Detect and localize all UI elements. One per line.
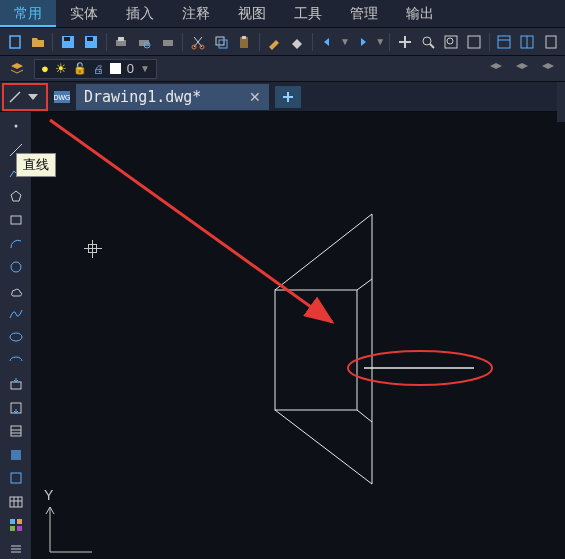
menu-item-insert[interactable]: 插入 — [112, 0, 168, 27]
multiline-tool[interactable] — [4, 538, 28, 558]
line-tool-dropdown-icon[interactable] — [28, 94, 38, 100]
redo-button[interactable] — [352, 31, 373, 53]
layer-name: 0 — [127, 61, 134, 76]
svg-line-63 — [50, 120, 332, 322]
table-tool[interactable] — [4, 492, 28, 512]
svg-rect-47 — [10, 519, 15, 524]
layer-state-button[interactable] — [511, 58, 533, 80]
svg-line-57 — [357, 279, 372, 290]
zoom-extents-button[interactable] — [464, 31, 485, 53]
main-area: Y — [0, 112, 565, 559]
layers-panel-button[interactable] — [6, 58, 28, 80]
close-tab-button[interactable]: ✕ — [249, 89, 261, 105]
svg-rect-41 — [11, 450, 21, 460]
svg-rect-48 — [17, 519, 22, 524]
match-properties-button[interactable] — [264, 31, 285, 53]
print-preview-button[interactable] — [134, 31, 155, 53]
new-file-button[interactable] — [4, 31, 25, 53]
dwg-file-icon: DWG — [52, 87, 72, 107]
gradient-tool[interactable] — [4, 445, 28, 465]
svg-line-56 — [275, 214, 372, 290]
erase-button[interactable] — [287, 31, 308, 53]
redo-dropdown-icon[interactable]: ▼ — [375, 36, 385, 47]
spline-tool[interactable] — [4, 304, 28, 324]
svg-rect-36 — [11, 382, 21, 389]
svg-rect-33 — [11, 216, 21, 224]
paste-button[interactable] — [233, 31, 254, 53]
main-toolbar: ▼ ▼ — [0, 28, 565, 56]
menu-item-tools[interactable]: 工具 — [280, 0, 336, 27]
properties-button[interactable] — [494, 31, 515, 53]
svg-line-58 — [275, 410, 372, 484]
insert-block-tool[interactable] — [4, 374, 28, 394]
print-button[interactable] — [111, 31, 132, 53]
copy-button[interactable] — [210, 31, 231, 53]
layer-toolbar: ● ☀ 🔓 🖨 0 ▼ — [0, 56, 565, 82]
menu-item-common[interactable]: 常用 — [0, 0, 56, 27]
layer-color-swatch — [110, 63, 121, 74]
svg-rect-13 — [219, 40, 227, 48]
grid-tool[interactable] — [4, 515, 28, 535]
svg-rect-54 — [275, 290, 357, 410]
revision-cloud-tool[interactable] — [4, 280, 28, 300]
saveas-button[interactable] — [80, 31, 101, 53]
menu-item-manage[interactable]: 管理 — [336, 0, 392, 27]
svg-point-31 — [14, 125, 17, 128]
canvas-drawing: Y — [32, 112, 565, 559]
publish-button[interactable] — [157, 31, 178, 53]
line-tool-tooltip: 直线 — [16, 153, 56, 177]
line-tool-highlighted — [2, 83, 48, 111]
svg-rect-9 — [163, 40, 173, 46]
make-block-tool[interactable] — [4, 398, 28, 418]
save-button[interactable] — [57, 31, 78, 53]
document-tab-bar: DWG Drawing1.dwg* ✕ — [0, 82, 565, 112]
tool-palette-button[interactable] — [517, 31, 538, 53]
layer-selector[interactable]: ● ☀ 🔓 🖨 0 ▼ — [34, 59, 157, 79]
svg-line-26 — [10, 92, 20, 102]
svg-rect-43 — [10, 497, 22, 507]
circle-tool[interactable] — [4, 257, 28, 277]
arc-tool[interactable] — [4, 233, 28, 253]
ellipse-arc-tool[interactable] — [4, 351, 28, 371]
menu-item-annotate[interactable]: 注释 — [168, 0, 224, 27]
undo-button[interactable] — [317, 31, 338, 53]
point-tool[interactable] — [4, 116, 28, 136]
menu-item-output[interactable]: 输出 — [392, 0, 448, 27]
layer-isolate-button[interactable] — [537, 58, 559, 80]
layer-plot-icon: 🖨 — [93, 63, 104, 75]
document-tab[interactable]: Drawing1.dwg* ✕ — [76, 84, 269, 110]
separator — [182, 33, 183, 51]
pan-button[interactable] — [394, 31, 415, 53]
chevron-down-icon: ▼ — [140, 63, 150, 74]
svg-rect-6 — [118, 37, 124, 41]
svg-rect-21 — [498, 36, 510, 48]
open-file-button[interactable] — [27, 31, 48, 53]
layer-on-icon: ● — [41, 61, 49, 76]
calculator-button[interactable] — [540, 31, 561, 53]
layer-previous-button[interactable] — [485, 58, 507, 80]
hatch-tool[interactable] — [4, 421, 28, 441]
svg-rect-42 — [11, 473, 21, 483]
document-tab-title: Drawing1.dwg* — [84, 88, 201, 106]
line-tool-button[interactable] — [4, 85, 26, 109]
separator — [389, 33, 390, 51]
menu-item-view[interactable]: 视图 — [224, 0, 280, 27]
draw-toolbar — [0, 112, 32, 559]
svg-line-17 — [430, 44, 434, 48]
menu-item-entity[interactable]: 实体 — [56, 0, 112, 27]
separator — [312, 33, 313, 51]
svg-rect-50 — [17, 526, 22, 531]
rectangle-tool[interactable] — [4, 210, 28, 230]
menu-bar: 常用 实体 插入 注释 视图 工具 管理 输出 — [0, 0, 565, 28]
svg-text:DWG: DWG — [53, 94, 70, 101]
new-tab-button[interactable] — [275, 86, 301, 108]
zoom-window-button[interactable] — [440, 31, 461, 53]
right-panel-strip[interactable] — [557, 82, 565, 122]
drawing-canvas[interactable]: Y — [32, 112, 565, 559]
polygon-tool[interactable] — [4, 186, 28, 206]
cut-button[interactable] — [187, 31, 208, 53]
ellipse-tool[interactable] — [4, 327, 28, 347]
zoom-button[interactable] — [417, 31, 438, 53]
undo-dropdown-icon[interactable]: ▼ — [340, 36, 350, 47]
region-tool[interactable] — [4, 468, 28, 488]
